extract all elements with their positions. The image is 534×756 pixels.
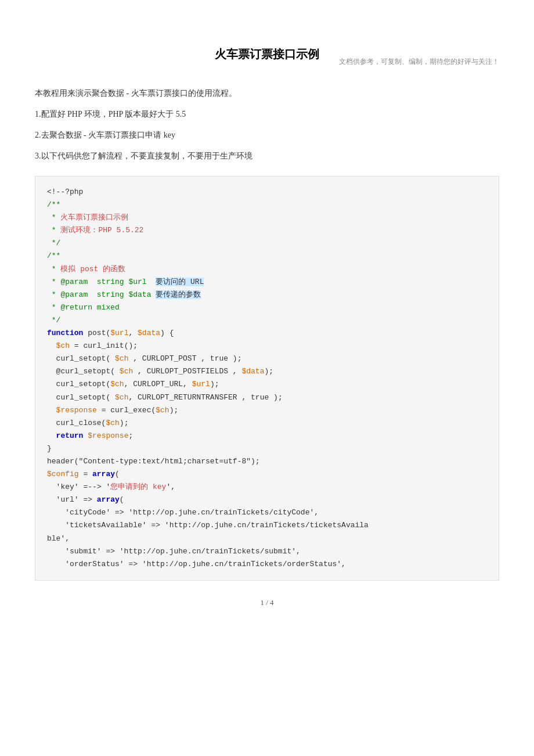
page-container: 文档供参考，可复制、编制，期待您的好评与关注！ 火车票订票接口示例 本教程用来演… xyxy=(0,46,534,756)
intro-p1: 本教程用来演示聚合数据 - 火车票订票接口的使用流程。 xyxy=(35,85,499,102)
top-right-watermark: 文档供参考，可复制、编制，期待您的好评与关注！ xyxy=(339,57,499,67)
intro-p3: 2.去聚合数据 - 火车票订票接口申请 key xyxy=(35,127,499,143)
intro-section: 本教程用来演示聚合数据 - 火车票订票接口的使用流程。 1.配置好 PHP 环境… xyxy=(35,85,499,164)
code-block: <!--?php /** * 火车票订票接口示例 * 测试环境：PHP 5.5.… xyxy=(35,176,499,581)
page-indicator: 1 / 4 xyxy=(260,598,273,607)
intro-p2: 1.配置好 PHP 环境，PHP 版本最好大于 5.5 xyxy=(35,106,499,123)
page-footer: 1 / 4 xyxy=(35,598,499,607)
intro-p4: 3.以下代码供您了解流程，不要直接复制，不要用于生产环境 xyxy=(35,148,499,164)
